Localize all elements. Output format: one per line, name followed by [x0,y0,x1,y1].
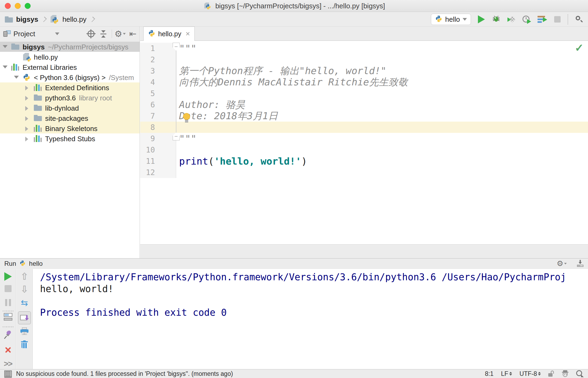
line-number[interactable]: 10 [140,144,161,155]
code-line[interactable]: """ [176,133,588,144]
code-line[interactable] [176,167,588,178]
chevron-down-icon[interactable] [3,45,8,48]
chevron-right-icon[interactable] [25,96,28,101]
fold-gutter[interactable] [161,54,176,65]
stop-process-button[interactable] [5,285,12,292]
line-number[interactable]: 2 [140,54,161,65]
code-line[interactable] [176,54,588,65]
tree-item-python-3-6-bigsys[interactable]: < Python 3.6 (bigsys) >/System [0,72,140,82]
code-line[interactable]: Author: 骆昊 [176,99,588,110]
code-row-2[interactable]: 2 [140,54,588,65]
locate-file-button[interactable] [88,30,95,37]
minimize-window-button[interactable] [15,3,21,9]
more-actions-button[interactable]: >> [4,359,12,368]
profile-button[interactable] [522,15,531,23]
inspection-ok-icon[interactable]: ✓ [575,42,584,54]
code-row-6[interactable]: 6Author: 骆昊 [140,99,588,110]
run-settings-button[interactable]: ⚙ [557,260,568,267]
concurrency-diagram-button[interactable] [538,15,547,23]
chevron-right-icon[interactable] [25,137,28,141]
stop-button[interactable] [554,16,561,23]
breadcrumb-item-file[interactable]: hello.py [62,15,86,24]
code-row-10[interactable]: 10 [140,144,588,155]
close-window-button[interactable] [5,3,11,9]
code-row-3[interactable]: 3第一个Python程序 - 输出"hello, world!" [140,65,588,77]
chevron-right-icon[interactable] [25,106,28,111]
line-number[interactable]: 9 [140,133,161,144]
breadcrumb-item-project[interactable]: bigsys [16,15,38,24]
code-row-12[interactable]: 12 [140,167,588,178]
project-settings-button[interactable]: ⚙ [115,30,127,38]
code-row-5[interactable]: 5 [140,88,588,99]
unlock-icon[interactable] [548,370,554,377]
line-number[interactable]: 7 [140,110,161,122]
line-number[interactable]: 11 [140,155,161,167]
fold-gutter[interactable] [161,99,176,110]
run-with-coverage-button[interactable] [507,15,516,23]
up-stack-trace-button[interactable]: ⇧ [20,272,28,281]
search-everywhere-button[interactable] [575,15,583,23]
chevron-down-icon[interactable] [55,32,59,35]
close-panel-button[interactable] [5,346,12,353]
tree-item-hello-py[interactable]: hello.py [0,52,140,62]
chevron-down-icon[interactable] [14,76,19,79]
code-line[interactable]: """ [176,43,588,54]
debug-button[interactable] [492,14,500,24]
fold-gutter[interactable] [161,77,176,88]
code-line[interactable] [176,122,588,133]
pause-output-button[interactable] [5,299,11,306]
chevron-right-icon[interactable] [25,86,28,90]
fold-gutter[interactable] [161,155,176,167]
zoom-window-button[interactable] [25,3,31,9]
print-button[interactable] [20,328,28,335]
caret-position-widget[interactable]: 8:1 [485,370,493,377]
code-line[interactable] [176,144,588,155]
code-line[interactable]: print('hello, world!') [176,155,588,167]
code-row-9[interactable]: 9""" [140,133,588,144]
fold-gutter[interactable] [161,167,176,178]
dock-down-icon[interactable] [577,260,584,267]
tree-item-site-packages[interactable]: site-packages [0,113,140,123]
encoding-widget[interactable]: UTF-8 [520,370,541,377]
rerun-button[interactable] [4,272,12,281]
fold-gutter[interactable] [161,110,176,122]
run-button[interactable] [478,15,485,23]
fold-gutter[interactable] [161,122,176,133]
line-number[interactable]: 8 [140,122,161,133]
down-stack-trace-button[interactable]: ⇩ [20,285,28,294]
fold-gutter[interactable] [161,65,176,77]
code-row-7[interactable]: 7Date: 2018年3月1日 [140,110,588,122]
line-number[interactable]: 1 [140,43,161,54]
chevron-right-icon[interactable] [25,116,28,121]
code-row-11[interactable]: 11print('hello, world!') [140,155,588,167]
console-output[interactable]: /System/Library/Frameworks/Python.framew… [33,269,588,369]
code-line[interactable] [176,88,588,99]
tree-item-extended-definitions[interactable]: Extended Definitions [0,82,140,93]
run-configuration-select[interactable]: hello [431,14,471,25]
tree-item-bigsys[interactable]: bigsys~/PycharmProjects/bigsys [0,42,140,52]
line-number[interactable]: 4 [140,77,161,88]
hide-panel-button[interactable]: ⇤ [129,30,136,38]
intention-bulb-icon[interactable] [183,113,191,123]
scroll-to-end-button[interactable] [18,311,31,324]
fold-gutter[interactable] [161,144,176,155]
collapse-all-button[interactable] [100,30,107,38]
tree-item-binary-skeletons[interactable]: Binary Skeletons [0,123,140,133]
fold-gutter[interactable] [161,88,176,99]
code-line[interactable]: 向伟大的Dennis MacAlistair Ritchie先生致敬 [176,77,588,88]
editor-tab-hello-py[interactable]: hello.py × [143,27,195,41]
tree-item-typeshed-stubs[interactable]: Typeshed Stubs [0,133,140,144]
tool-window-quick-access-button[interactable] [4,370,12,377]
close-tab-icon[interactable]: × [186,30,190,38]
tree-item-external-libraries[interactable]: External Libraries [0,62,140,72]
line-separator-widget[interactable]: LF [501,370,512,377]
code-row-8[interactable]: 8 [140,122,588,133]
soft-wrap-button[interactable]: ⇆ [21,299,28,307]
line-number[interactable]: 12 [140,167,161,178]
code-row-1[interactable]: 1""" [140,43,588,54]
tree-item-python3-6[interactable]: python3.6library root [0,93,140,103]
code-line[interactable]: Date: 2018年3月1日 [176,110,588,122]
chevron-right-icon[interactable] [25,126,28,131]
code-line[interactable]: 第一个Python程序 - 输出"hello, world!" [176,65,588,77]
line-number[interactable]: 3 [140,65,161,77]
